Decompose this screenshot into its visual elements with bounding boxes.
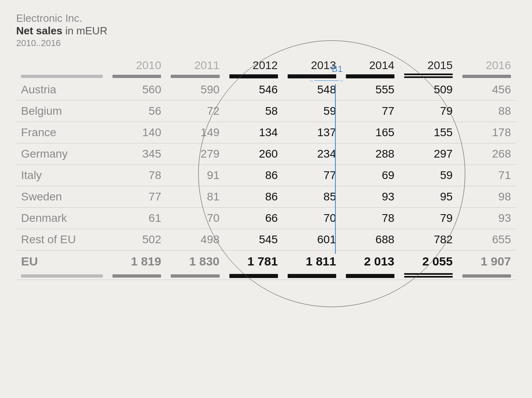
rule-2016-line bbox=[462, 75, 511, 78]
year-header-2016: 2016 bbox=[458, 57, 516, 74]
total-row: EU1 8191 8301 7811 8112 0132 0551 907 bbox=[16, 251, 516, 273]
cell-value: 72 bbox=[166, 101, 224, 122]
cell-value: 78 bbox=[108, 165, 166, 186]
total-rule-cell bbox=[108, 272, 166, 280]
cell-value: 77 bbox=[108, 186, 166, 208]
cell-value: 77 bbox=[341, 101, 399, 122]
cell-value: 456 bbox=[458, 79, 516, 101]
cell-value: 782 bbox=[399, 229, 458, 251]
cell-value: 86 bbox=[225, 165, 283, 186]
cell-value: 59 bbox=[399, 165, 458, 186]
total-cell: 1 907 bbox=[458, 251, 516, 273]
cell-value: 498 bbox=[166, 229, 224, 251]
total-rule-cell bbox=[341, 272, 399, 280]
cell-value: 86 bbox=[225, 186, 283, 208]
table-row: Sweden77818685939598 bbox=[16, 186, 516, 208]
table-row: Belgium56725859777988 bbox=[16, 101, 516, 122]
row-label: Italy bbox=[16, 165, 108, 186]
title-bold: Net sales bbox=[16, 25, 62, 37]
total-rule-row bbox=[16, 272, 516, 280]
row-label: Denmark bbox=[16, 208, 108, 229]
cell-value: 66 bbox=[225, 208, 283, 229]
cell-value: 56 bbox=[108, 101, 166, 122]
rule-2012-line bbox=[229, 74, 278, 78]
cell-value: 88 bbox=[458, 101, 516, 122]
rule-label bbox=[16, 74, 108, 79]
cell-value: 601 bbox=[283, 229, 341, 251]
cell-value: 297 bbox=[399, 143, 458, 165]
cell-value: 134 bbox=[225, 122, 283, 143]
title-suffix: in mEUR bbox=[62, 25, 107, 37]
cell-value: 149 bbox=[166, 122, 224, 143]
cell-value: 279 bbox=[166, 143, 224, 165]
table-row: Austria560590546548555509456 bbox=[16, 79, 516, 101]
table-row: Italy78918677695971 bbox=[16, 165, 516, 186]
cell-value: 81 bbox=[166, 186, 224, 208]
cell-value: 555 bbox=[341, 79, 399, 101]
total-cell: 1 819 bbox=[108, 251, 166, 273]
row-label: Sweden bbox=[16, 186, 108, 208]
years-range: 2010..2016 bbox=[16, 38, 516, 48]
rule-2014 bbox=[341, 74, 399, 79]
cell-value: 545 bbox=[225, 229, 283, 251]
cell-value: 98 bbox=[458, 186, 516, 208]
b1-arrows: → → bbox=[308, 78, 345, 84]
rule-2010-line bbox=[112, 75, 161, 78]
header-rule-row bbox=[16, 74, 516, 79]
arrow-right-icon: → bbox=[339, 78, 345, 84]
table-row: Rest of EU502498545601688782655 bbox=[16, 229, 516, 251]
rule-2014-line bbox=[346, 74, 394, 78]
cell-value: 70 bbox=[283, 208, 341, 229]
cell-value: 59 bbox=[283, 101, 341, 122]
cell-value: 268 bbox=[458, 143, 516, 165]
rule-2015 bbox=[399, 74, 458, 79]
total-rule-cell bbox=[458, 272, 516, 280]
b1-vertical-line bbox=[335, 84, 336, 254]
table-body: Austria560590546548555509456Belgium56725… bbox=[16, 79, 516, 280]
main-container: Electronic Inc. Net sales in mEUR 2010..… bbox=[0, 0, 532, 398]
table-row: Germany345279260234288297268 bbox=[16, 143, 516, 165]
cell-value: 345 bbox=[108, 143, 166, 165]
cell-value: 655 bbox=[458, 229, 516, 251]
total-cell: 1 811 bbox=[283, 251, 341, 273]
cell-value: 590 bbox=[166, 79, 224, 101]
total-cell: 2 013 bbox=[341, 251, 399, 273]
year-header-2015: 2015 bbox=[399, 57, 458, 74]
data-table-wrapper: 2010 2011 2012 2013 2014 2015 2016 bbox=[16, 57, 516, 280]
cell-value: 137 bbox=[283, 122, 341, 143]
cell-value: 79 bbox=[399, 101, 458, 122]
label-header bbox=[16, 57, 108, 74]
b1-label: B1 bbox=[332, 64, 343, 74]
rule-2012 bbox=[225, 74, 283, 79]
total-cell: 1 781 bbox=[225, 251, 283, 273]
total-rule-cell bbox=[399, 272, 458, 280]
cell-value: 688 bbox=[341, 229, 399, 251]
table-row: Denmark61706670787993 bbox=[16, 208, 516, 229]
row-label: France bbox=[16, 122, 108, 143]
cell-value: 155 bbox=[399, 122, 458, 143]
row-label: Belgium bbox=[16, 101, 108, 122]
rule-2011 bbox=[166, 74, 224, 79]
cell-value: 78 bbox=[341, 208, 399, 229]
company-name: Electronic Inc. bbox=[16, 12, 516, 25]
total-cell: 1 830 bbox=[166, 251, 224, 273]
cell-value: 165 bbox=[341, 122, 399, 143]
total-label: EU bbox=[16, 251, 108, 273]
row-label: Rest of EU bbox=[16, 229, 108, 251]
year-header-2010: 2010 bbox=[108, 57, 166, 74]
cell-value: 77 bbox=[283, 165, 341, 186]
total-rule-cell bbox=[166, 272, 224, 280]
table-row: France140149134137165155178 bbox=[16, 122, 516, 143]
total-cell: 2 055 bbox=[399, 251, 458, 273]
cell-value: 69 bbox=[341, 165, 399, 186]
cell-value: 509 bbox=[399, 79, 458, 101]
cell-value: 93 bbox=[458, 208, 516, 229]
year-header-2014: 2014 bbox=[341, 57, 399, 74]
year-header-row: 2010 2011 2012 2013 2014 2015 2016 bbox=[16, 57, 516, 74]
rule-2016 bbox=[458, 74, 516, 79]
rule-2015-line2 bbox=[404, 76, 453, 78]
cell-value: 58 bbox=[225, 101, 283, 122]
total-rule-cell bbox=[283, 272, 341, 280]
rule-2015-line1 bbox=[404, 74, 453, 75]
cell-value: 79 bbox=[399, 208, 458, 229]
